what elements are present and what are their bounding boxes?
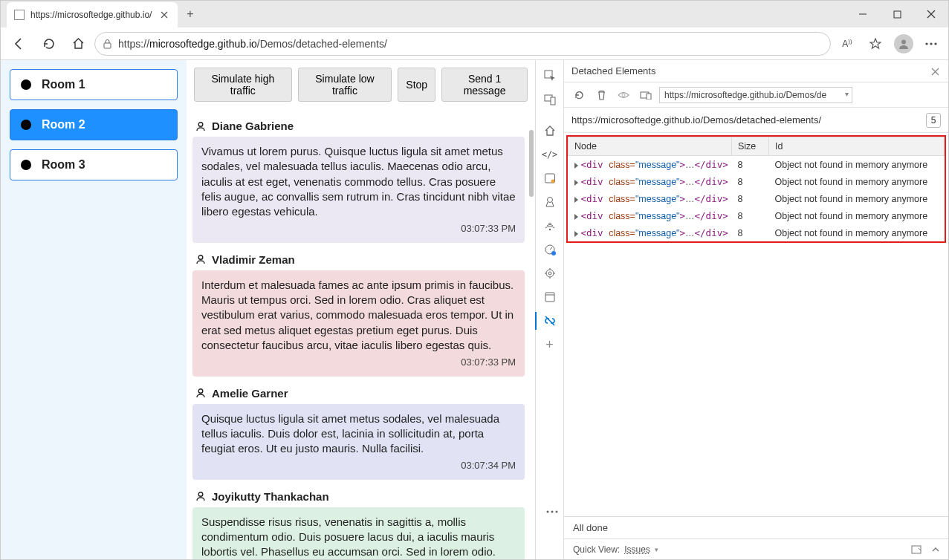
window-close-button[interactable]	[914, 1, 948, 27]
rooms-sidebar: Room 1 Room 2 Room 3	[1, 60, 187, 559]
svg-point-18	[551, 251, 556, 255]
room-item-2[interactable]: Room 2	[10, 109, 178, 140]
table-row[interactable]: <div class="message">…</div> 8 Object no…	[569, 224, 945, 241]
send-one-button[interactable]: Send 1 message	[441, 68, 528, 102]
nav-home-button[interactable]	[65, 30, 91, 57]
room-label: Room 3	[42, 158, 85, 172]
message-sender: Joyikutty Thankachan	[192, 490, 525, 503]
svg-point-20	[548, 272, 551, 275]
avatar-icon	[894, 34, 913, 53]
detached-elements-tab-icon[interactable]	[539, 310, 561, 332]
table-row[interactable]: <div class="message">…</div> 8 Object no…	[569, 190, 945, 207]
simulate-high-button[interactable]: Simulate high traffic	[194, 68, 292, 102]
message: Amelie Garner Quisque luctus ligula sit …	[192, 387, 525, 480]
nav-refresh-button[interactable]	[35, 30, 62, 57]
expand-caret-icon[interactable]	[574, 197, 578, 203]
drawer-icon[interactable]	[911, 545, 922, 554]
room-item-1[interactable]: Room 1	[10, 69, 178, 100]
table-row[interactable]: <div class="message">…</div> 8 Object no…	[569, 207, 945, 224]
chat-column: Simulate high traffic Simulate low traff…	[187, 60, 535, 559]
profile-avatar[interactable]	[890, 30, 917, 57]
memory-tab-icon[interactable]	[539, 262, 561, 284]
svg-rect-24	[647, 94, 651, 100]
devtools-close-button[interactable]	[927, 64, 942, 79]
devtools-more-button[interactable]	[541, 501, 563, 523]
tab-close-button[interactable]	[158, 9, 170, 21]
inspect-element-icon[interactable]	[539, 65, 561, 87]
expand-caret-icon[interactable]	[574, 214, 578, 220]
tab-title: https://microsoftedge.github.io/	[30, 10, 152, 20]
expand-caret-icon[interactable]	[574, 180, 578, 186]
nav-back-button[interactable]	[5, 30, 32, 57]
site-lock-icon	[103, 39, 112, 49]
message-body: Vivamus ut lorem purus. Quisque luctus l…	[192, 137, 525, 243]
status-dot-icon	[21, 79, 31, 90]
browser-menu-button[interactable]	[919, 31, 944, 56]
message: Diane Gabriene Vivamus ut lorem purus. Q…	[192, 120, 525, 243]
elements-tab-icon[interactable]: </>	[539, 143, 561, 166]
simulate-low-button[interactable]: Simulate low traffic	[298, 68, 392, 102]
status-dot-icon	[21, 160, 31, 170]
stop-button[interactable]: Stop	[398, 68, 435, 102]
devtools-header: Detached Elements	[564, 60, 948, 82]
svg-rect-12	[551, 97, 555, 105]
address-bar[interactable]: https://microsoftedge.github.io/Demos/de…	[94, 32, 831, 56]
reveal-button[interactable]	[615, 86, 632, 104]
status-dot-icon	[21, 120, 31, 130]
table-row[interactable]: <div class="message">…</div> 8 Object no…	[569, 173, 945, 190]
room-item-3[interactable]: Room 3	[10, 149, 178, 180]
new-tab-button[interactable]: +	[178, 1, 203, 27]
frame-selector[interactable]: https://microsoftedge.github.io/Demos/de	[659, 87, 852, 103]
expand-caret-icon[interactable]	[574, 231, 578, 237]
expand-caret-icon[interactable]	[574, 163, 578, 169]
delete-button[interactable]	[592, 86, 610, 104]
svg-rect-25	[912, 546, 921, 553]
scrollbar-thumb[interactable]	[529, 130, 534, 197]
more-tabs-icon[interactable]: +	[539, 333, 561, 356]
browser-tab[interactable]: https://microsoftedge.github.io/	[7, 2, 178, 27]
table-row[interactable]: <div class="message">…</div> 8 Object no…	[569, 156, 945, 174]
window-maximize-button[interactable]	[880, 1, 914, 27]
message-body: Quisque luctus ligula sit amet metus sod…	[192, 404, 525, 480]
sources-tab-icon[interactable]	[539, 191, 561, 213]
room-label: Room 1	[42, 78, 85, 91]
collapse-drawer-icon[interactable]	[932, 547, 939, 553]
svg-point-26	[547, 511, 549, 513]
quickview-footer: Quick View: Issues ▾	[564, 538, 948, 559]
window-minimize-button[interactable]	[846, 1, 880, 27]
refresh-detached-button[interactable]	[570, 86, 588, 104]
console-tab-icon[interactable]	[539, 167, 561, 189]
status-text: All done	[573, 522, 608, 533]
devtools-panel: </> + D	[536, 60, 948, 559]
person-icon	[195, 491, 206, 501]
svg-point-2	[901, 39, 906, 44]
col-id[interactable]: Id	[769, 137, 945, 156]
devtools-tabstrip: </> +	[536, 60, 564, 559]
welcome-tab-icon[interactable]	[539, 120, 561, 142]
detached-elements-table: Node Size Id <div class="message">…</div…	[568, 137, 945, 241]
col-size[interactable]: Size	[732, 137, 769, 156]
browser-toolbar: https://microsoftedge.github.io/Demos/de…	[1, 27, 948, 60]
page-url-row: https://microsoftedge.github.io/Demos/de…	[564, 108, 948, 133]
svg-rect-0	[894, 11, 901, 18]
svg-point-22	[622, 94, 625, 97]
room-label: Room 2	[42, 118, 85, 131]
gc-button[interactable]	[637, 86, 655, 104]
quickview-value[interactable]: Issues	[624, 544, 650, 555]
svg-point-6	[198, 122, 203, 126]
svg-point-8	[198, 389, 203, 394]
url-text: https://microsoftedge.github.io/Demos/de…	[118, 38, 387, 50]
message-time: 03:07:33 PM	[201, 222, 516, 235]
message-sender: Diane Gabriene	[192, 120, 525, 132]
device-toggle-icon[interactable]	[539, 88, 561, 111]
col-node[interactable]: Node	[569, 137, 732, 156]
favorites-button[interactable]	[862, 30, 889, 57]
read-aloud-button[interactable]: A))	[834, 30, 861, 57]
network-tab-icon[interactable]	[539, 215, 561, 237]
svg-point-5	[934, 42, 936, 45]
message: Vladimir Zeman Interdum et malesuada fam…	[192, 253, 525, 377]
demo-app: Room 1 Room 2 Room 3 Simulate high traff…	[1, 60, 536, 559]
application-tab-icon[interactable]	[539, 286, 561, 308]
message-sender: Amelie Garner	[192, 387, 525, 400]
performance-tab-icon[interactable]	[539, 238, 561, 261]
